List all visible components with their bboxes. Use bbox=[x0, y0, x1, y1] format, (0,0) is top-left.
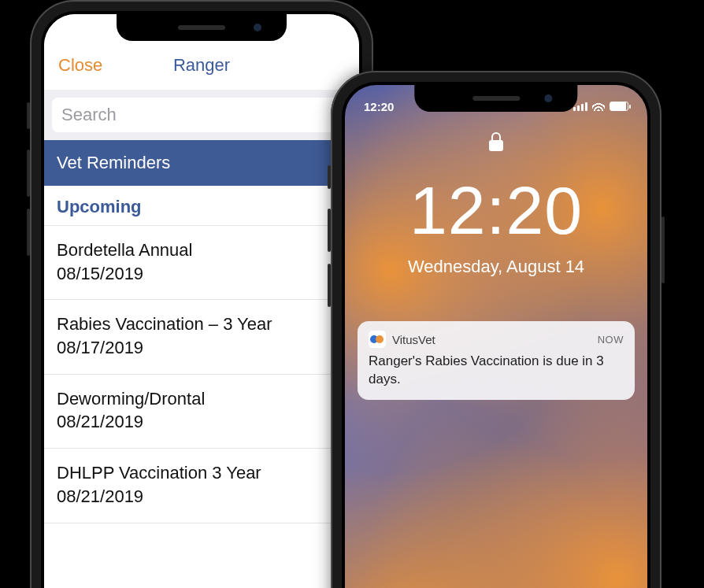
reminder-date: 08/21/2019 bbox=[57, 485, 346, 508]
notification-app-name: VitusVet bbox=[392, 333, 435, 346]
mute-switch bbox=[27, 102, 30, 129]
search-placeholder: Search bbox=[61, 105, 117, 125]
notification-card[interactable]: VitusVet NOW Ranger's Rabies Vaccination… bbox=[358, 321, 635, 400]
notification-timestamp: NOW bbox=[598, 334, 624, 346]
battery-icon bbox=[610, 102, 628, 111]
lock-clock: 12:20 bbox=[345, 172, 647, 250]
volume-down-button bbox=[27, 209, 30, 256]
power-button bbox=[661, 216, 665, 283]
speaker-icon bbox=[178, 25, 225, 30]
reminders-screen: Close Ranger Search Vet Reminders Upcomi… bbox=[44, 14, 359, 588]
reminder-date: 08/21/2019 bbox=[57, 410, 346, 434]
volume-up-button bbox=[328, 209, 331, 252]
search-bar-container: Search bbox=[44, 90, 359, 140]
speaker-icon bbox=[472, 96, 520, 101]
notification-body: Ranger's Rabies Vaccination is due in 3 … bbox=[369, 353, 624, 389]
lock-screen: 12:20 12:20 Wednesday, August 14 bbox=[345, 85, 647, 588]
notification-app-icon bbox=[369, 331, 386, 348]
volume-down-button bbox=[328, 264, 331, 307]
wifi-icon bbox=[592, 102, 605, 111]
phone-frame-app: Close Ranger Search Vet Reminders Upcomi… bbox=[30, 0, 373, 588]
list-item[interactable]: Deworming/Drontal 08/21/2019 bbox=[44, 375, 359, 449]
search-input[interactable]: Search bbox=[52, 98, 351, 132]
section-header-vet-reminders: Vet Reminders bbox=[44, 140, 359, 186]
reminder-title: Bordetella Annual bbox=[57, 239, 346, 262]
page-title: Ranger bbox=[44, 55, 359, 76]
lock-icon bbox=[489, 132, 503, 151]
list-item[interactable]: Bordetella Annual 08/15/2019 bbox=[44, 226, 359, 300]
volume-up-button bbox=[27, 150, 30, 197]
upcoming-heading: Upcoming bbox=[44, 186, 359, 226]
reminder-title: Deworming/Drontal bbox=[57, 387, 346, 411]
front-camera-icon bbox=[254, 24, 261, 31]
phone-frame-lockscreen: 12:20 12:20 Wednesday, August 14 bbox=[331, 71, 661, 588]
front-camera-icon bbox=[545, 94, 553, 102]
lock-date: Wednesday, August 14 bbox=[345, 257, 647, 277]
phone-notch bbox=[414, 85, 577, 112]
reminder-title: Rabies Vaccination – 3 Year bbox=[57, 312, 346, 336]
reminder-date: 08/15/2019 bbox=[57, 262, 346, 286]
list-item[interactable]: DHLPP Vaccination 3 Year 08/21/2019 bbox=[44, 449, 359, 523]
list-item[interactable]: Rabies Vaccination – 3 Year 08/17/2019 bbox=[44, 300, 359, 374]
reminder-date: 08/17/2019 bbox=[57, 336, 346, 360]
status-time: 12:20 bbox=[364, 100, 394, 113]
reminder-title: DHLPP Vaccination 3 Year bbox=[57, 461, 346, 485]
mute-switch bbox=[328, 165, 331, 189]
phone-notch bbox=[117, 14, 287, 41]
